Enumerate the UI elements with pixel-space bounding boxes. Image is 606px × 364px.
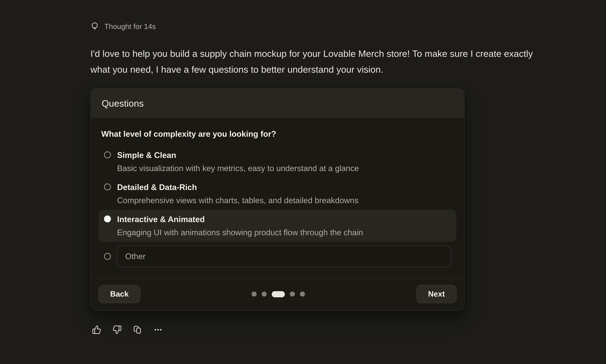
message-actions: [92, 325, 541, 335]
card-title: Questions: [102, 98, 144, 109]
option-description: Engaging UI with animations showing prod…: [117, 227, 363, 238]
pagination-dots: [252, 291, 305, 297]
questions-card-header: Questions: [91, 89, 464, 118]
option-simple-clean[interactable]: Simple & Clean Basic visualization with …: [99, 146, 457, 178]
assistant-message: Thought for 14s I'd love to help you bui…: [0, 0, 541, 335]
option-texts: Interactive & Animated Engaging UI with …: [117, 214, 363, 238]
option-description: Basic visualization with key metrics, ea…: [117, 163, 359, 174]
pagination-dot: [300, 291, 305, 297]
option-title: Interactive & Animated: [117, 214, 363, 225]
next-button[interactable]: Next: [417, 285, 457, 303]
option-other[interactable]: [99, 242, 457, 271]
thought-toggle[interactable]: Thought for 14s: [90, 21, 541, 32]
thumbs-up-icon[interactable]: [92, 325, 101, 335]
card-footer: Back Next: [91, 278, 464, 311]
radio-selected-icon[interactable]: [104, 215, 111, 222]
option-interactive-animated[interactable]: Interactive & Animated Engaging UI with …: [99, 210, 457, 242]
radio-unselected-icon[interactable]: [104, 151, 111, 158]
question-section: What level of complexity are you looking…: [91, 118, 464, 278]
option-description: Comprehensive views with charts, tables,…: [117, 195, 359, 206]
pagination-dot: [290, 291, 295, 297]
more-options-icon[interactable]: [153, 325, 163, 335]
thumbs-down-icon[interactable]: [112, 325, 122, 335]
option-texts: Simple & Clean Basic visualization with …: [117, 149, 359, 174]
thought-label: Thought for 14s: [104, 22, 156, 32]
radio-unselected-icon[interactable]: [104, 253, 111, 260]
option-title: Detailed & Data-Rich: [117, 182, 359, 193]
copy-icon[interactable]: [133, 325, 142, 335]
radio-unselected-icon[interactable]: [104, 183, 111, 190]
option-texts: Detailed & Data-Rich Comprehensive views…: [117, 182, 359, 206]
pagination-dot-active: [272, 291, 285, 297]
assistant-message-text: I'd love to help you build a supply chai…: [90, 46, 539, 77]
back-button[interactable]: Back: [99, 285, 140, 303]
option-detailed-data-rich[interactable]: Detailed & Data-Rich Comprehensive views…: [99, 178, 457, 210]
option-title: Simple & Clean: [117, 149, 359, 161]
other-option-input[interactable]: [117, 246, 451, 267]
pagination-dot: [252, 291, 257, 297]
chat-message-view: Thought for 14s I'd love to help you bui…: [0, 0, 606, 364]
questions-card: Questions What level of complexity are y…: [90, 89, 465, 311]
lightbulb-icon: [90, 21, 99, 32]
pagination-dot: [262, 291, 267, 297]
question-text: What level of complexity are you looking…: [101, 128, 457, 139]
